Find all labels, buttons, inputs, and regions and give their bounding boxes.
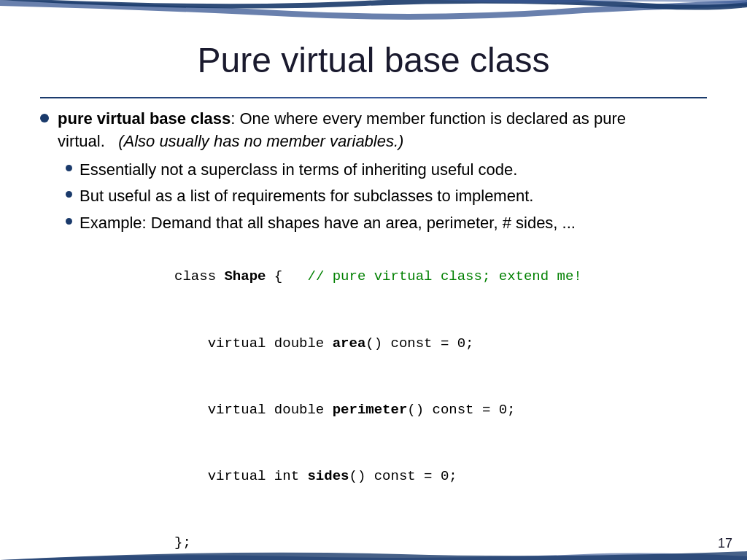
sub-bullet-dot-1 xyxy=(66,165,72,171)
sub-bullets: Essentially not a superclass in terms of… xyxy=(66,159,707,560)
main-bullet-aside: (Also usually has no member variables.) xyxy=(118,132,403,150)
main-bullet-term: pure virtual base class xyxy=(58,109,231,128)
main-bullet-dot xyxy=(40,114,49,122)
sub-bullet-text-1: Essentially not a superclass in terms of… xyxy=(80,159,517,182)
code-line-2: virtual double area() const = 0; xyxy=(91,310,707,376)
sub-bullet-3: Example: Demand that all shapes have an … xyxy=(66,212,707,235)
page-number: 17 xyxy=(718,536,732,551)
separator-line xyxy=(40,97,707,98)
sub-bullet-text-2: But useful as a list of requirements for… xyxy=(80,185,533,208)
top-decoration xyxy=(0,0,747,44)
sub-bullet-1: Essentially not a superclass in terms of… xyxy=(66,159,707,182)
code-block: class Shape { // pure virtual class; ext… xyxy=(91,244,707,560)
code-line-3: virtual double perimeter() const = 0; xyxy=(91,376,707,443)
content-area: pure virtual base class: One where every… xyxy=(0,104,747,560)
main-bullet-item: pure virtual base class: One where every… xyxy=(40,108,707,153)
code-line-5: }; xyxy=(91,510,707,560)
code-line-4: virtual int sides() const = 0; xyxy=(91,443,707,510)
slide: Pure virtual base class pure virtual bas… xyxy=(0,0,747,560)
code-line-1: class Shape { // pure virtual class; ext… xyxy=(91,244,707,310)
sub-bullet-text-3: Example: Demand that all shapes have an … xyxy=(80,212,576,235)
main-bullet-text: pure virtual base class: One where every… xyxy=(58,108,707,153)
sub-bullet-2: But useful as a list of requirements for… xyxy=(66,185,707,208)
sub-bullet-dot-2 xyxy=(66,191,72,198)
sub-bullet-dot-3 xyxy=(66,218,72,225)
